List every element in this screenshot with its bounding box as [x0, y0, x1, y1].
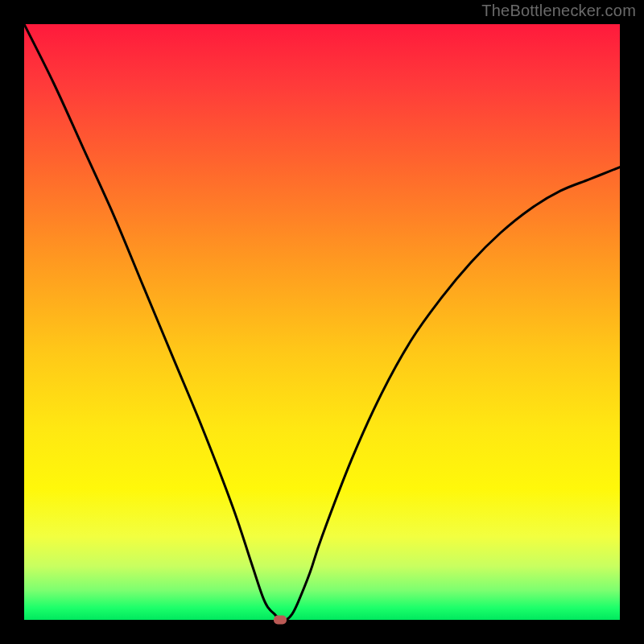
bottleneck-curve [24, 24, 620, 620]
chart-frame: TheBottlenecker.com [0, 0, 644, 644]
curve-layer [24, 24, 620, 620]
optimum-marker [274, 616, 287, 625]
plot-area [24, 24, 620, 620]
attribution-text: TheBottlenecker.com [481, 2, 636, 20]
